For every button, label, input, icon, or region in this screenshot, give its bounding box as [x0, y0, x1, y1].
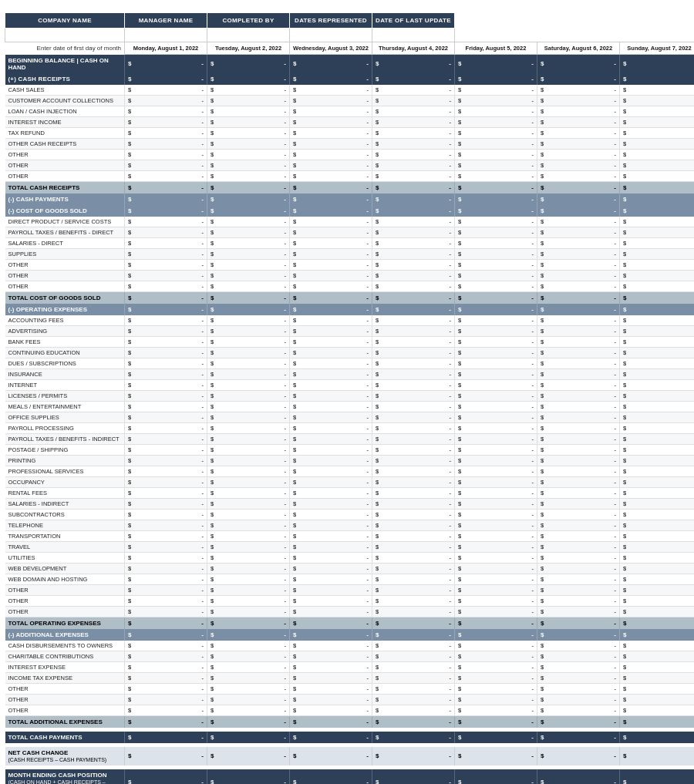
- value-cell[interactable]: $ -: [620, 217, 695, 227]
- value-cell[interactable]: $ -: [125, 541, 207, 552]
- value-cell[interactable]: $ -: [455, 379, 537, 390]
- value-cell[interactable]: $ -: [290, 520, 372, 530]
- value-cell[interactable]: $ -: [372, 368, 455, 379]
- value-cell[interactable]: $ -: [620, 651, 695, 661]
- value-cell[interactable]: $ -: [455, 641, 537, 651]
- value-cell[interactable]: $ -: [537, 509, 620, 520]
- value-cell[interactable]: $ -: [372, 325, 455, 336]
- value-cell[interactable]: $ -: [207, 85, 290, 96]
- value-cell[interactable]: $ -: [455, 368, 537, 379]
- value-cell[interactable]: $ -: [620, 259, 695, 270]
- value-cell[interactable]: $ -: [125, 127, 207, 138]
- value-cell[interactable]: $ -: [290, 651, 372, 661]
- value-cell[interactable]: $ -: [455, 160, 537, 170]
- value-cell[interactable]: $ -: [620, 476, 695, 487]
- value-cell[interactable]: $ -: [125, 595, 207, 606]
- value-cell[interactable]: $ -: [207, 509, 290, 520]
- value-cell[interactable]: $ -: [620, 160, 695, 170]
- value-cell[interactable]: $ -: [125, 509, 207, 520]
- value-cell[interactable]: $ -: [455, 412, 537, 422]
- value-cell[interactable]: $ -: [620, 237, 695, 248]
- value-cell[interactable]: $ -: [290, 422, 372, 433]
- value-cell[interactable]: $ -: [537, 358, 620, 368]
- value-cell[interactable]: $ -: [125, 606, 207, 617]
- value-cell[interactable]: $ -: [537, 160, 620, 170]
- value-cell[interactable]: $ -: [207, 498, 290, 509]
- value-cell[interactable]: $ -: [125, 641, 207, 651]
- value-cell[interactable]: $ -: [290, 227, 372, 237]
- value-cell[interactable]: $ -: [620, 520, 695, 530]
- value-cell[interactable]: $ -: [455, 466, 537, 476]
- value-cell[interactable]: $ -: [620, 661, 695, 672]
- value-cell[interactable]: $ -: [372, 705, 455, 715]
- value-cell[interactable]: $ -: [125, 149, 207, 160]
- value-cell[interactable]: $ -: [455, 116, 537, 127]
- value-cell[interactable]: $ -: [537, 584, 620, 595]
- value-cell[interactable]: $ -: [372, 487, 455, 498]
- value-cell[interactable]: $ -: [207, 237, 290, 248]
- value-cell[interactable]: $ -: [537, 444, 620, 455]
- date-val-5[interactable]: Saturday, August 6, 2022: [537, 42, 620, 55]
- value-cell[interactable]: $ -: [537, 259, 620, 270]
- value-cell[interactable]: $ -: [125, 584, 207, 595]
- value-cell[interactable]: $ -: [125, 270, 207, 281]
- value-cell[interactable]: $ -: [537, 433, 620, 444]
- value-cell[interactable]: $ -: [620, 116, 695, 127]
- value-cell[interactable]: $ -: [290, 498, 372, 509]
- value-cell[interactable]: $ -: [372, 259, 455, 270]
- value-cell[interactable]: $ -: [125, 315, 207, 326]
- value-cell[interactable]: $ -: [537, 170, 620, 181]
- value-cell[interactable]: $ -: [207, 444, 290, 455]
- value-cell[interactable]: $ -: [372, 541, 455, 552]
- value-cell[interactable]: $ -: [125, 325, 207, 336]
- value-cell[interactable]: $ -: [537, 95, 620, 106]
- value-cell[interactable]: $ -: [290, 358, 372, 368]
- value-cell[interactable]: $ -: [372, 520, 455, 530]
- value-cell[interactable]: $ -: [455, 672, 537, 683]
- value-cell[interactable]: $ -: [290, 552, 372, 563]
- value-cell[interactable]: $ -: [372, 433, 455, 444]
- value-cell[interactable]: $ -: [290, 237, 372, 248]
- value-cell[interactable]: $ -: [125, 85, 207, 96]
- value-cell[interactable]: $ -: [620, 694, 695, 705]
- value-cell[interactable]: $ -: [372, 149, 455, 160]
- value-cell[interactable]: $ -: [620, 281, 695, 291]
- value-cell[interactable]: $ -: [207, 520, 290, 530]
- value-cell[interactable]: $ -: [537, 217, 620, 227]
- value-cell[interactable]: $ -: [620, 170, 695, 181]
- value-cell[interactable]: $ -: [125, 336, 207, 347]
- value-cell[interactable]: $ -: [290, 466, 372, 476]
- value-cell[interactable]: $ -: [620, 574, 695, 584]
- value-cell[interactable]: $ -: [125, 138, 207, 149]
- value-cell[interactable]: $ -: [537, 661, 620, 672]
- value-cell[interactable]: $ -: [207, 347, 290, 358]
- value-cell[interactable]: $ -: [620, 509, 695, 520]
- value-cell[interactable]: $ -: [207, 422, 290, 433]
- value-cell[interactable]: $ -: [620, 325, 695, 336]
- value-cell[interactable]: $ -: [207, 138, 290, 149]
- value-cell[interactable]: $ -: [207, 127, 290, 138]
- value-cell[interactable]: $ -: [125, 379, 207, 390]
- value-cell[interactable]: $ -: [620, 227, 695, 237]
- value-cell[interactable]: $ -: [290, 270, 372, 281]
- value-cell[interactable]: $ -: [207, 315, 290, 326]
- value-cell[interactable]: $ -: [372, 552, 455, 563]
- value-cell[interactable]: $ -: [125, 552, 207, 563]
- value-cell[interactable]: $ -: [620, 541, 695, 552]
- value-cell[interactable]: $ -: [537, 138, 620, 149]
- value-cell[interactable]: $ -: [372, 116, 455, 127]
- value-cell[interactable]: $ -: [537, 85, 620, 96]
- value-cell[interactable]: $ -: [455, 476, 537, 487]
- value-cell[interactable]: $ -: [125, 347, 207, 358]
- value-cell[interactable]: $ -: [125, 563, 207, 574]
- value-cell[interactable]: $ -: [455, 509, 537, 520]
- value-cell[interactable]: $ -: [537, 315, 620, 326]
- value-cell[interactable]: $ -: [290, 641, 372, 651]
- value-cell[interactable]: $ -: [455, 138, 537, 149]
- value-cell[interactable]: $ -: [207, 227, 290, 237]
- value-cell[interactable]: $ -: [537, 563, 620, 574]
- value-cell[interactable]: $ -: [125, 466, 207, 476]
- value-cell[interactable]: $ -: [125, 358, 207, 368]
- value-cell[interactable]: $ -: [125, 498, 207, 509]
- value-cell[interactable]: $ -: [455, 433, 537, 444]
